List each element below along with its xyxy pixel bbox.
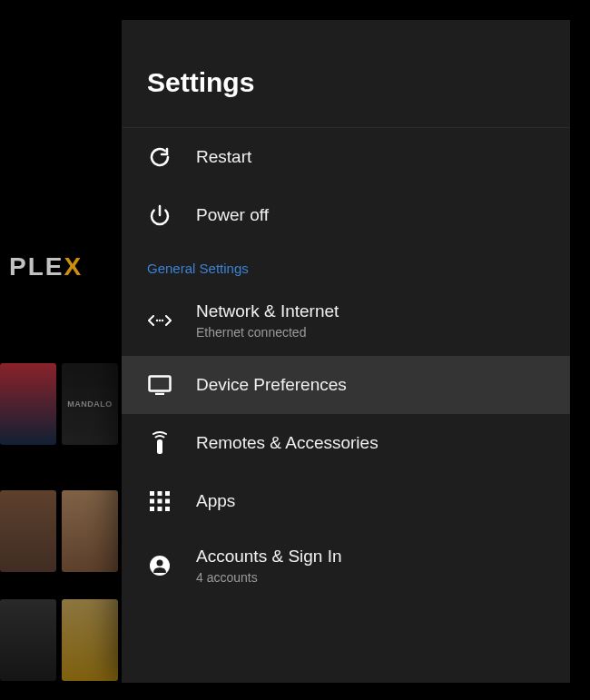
background-tiles: MANDALO [0,363,127,690]
section-header-general: General Settings [122,244,570,285]
content-tile [62,490,118,572]
svg-rect-14 [158,507,162,511]
svg-rect-6 [157,439,162,454]
svg-rect-7 [150,491,154,496]
content-tile [0,363,56,445]
item-label: Device Preferences [196,375,347,395]
content-tile: MANDALO [62,363,118,445]
settings-item-remotes[interactable]: Remotes & Accessories [122,414,570,472]
remote-icon [147,430,172,456]
svg-rect-4 [150,377,171,391]
svg-point-2 [159,320,161,321]
item-label: Network & Internet [196,301,339,321]
svg-rect-8 [158,491,162,496]
panel-title: Settings [122,20,570,127]
svg-rect-9 [165,491,170,496]
item-label: Accounts & Sign In [196,547,342,567]
power-icon [147,202,172,228]
network-icon [147,308,172,333]
svg-rect-11 [158,499,162,504]
settings-item-network[interactable]: Network & Internet Ethernet connected [122,285,570,356]
svg-rect-12 [165,499,170,504]
svg-rect-15 [165,507,170,511]
settings-item-poweroff[interactable]: Power off [122,186,570,244]
settings-item-apps[interactable]: Apps [122,472,570,530]
restart-icon [147,144,172,170]
item-label: Restart [196,147,251,167]
item-label: Power off [196,205,269,225]
svg-rect-10 [150,499,154,504]
svg-point-3 [162,320,163,321]
settings-item-accounts[interactable]: Accounts & Sign In 4 accounts [122,530,570,601]
content-tile [0,599,56,681]
item-label: Apps [196,491,235,511]
apps-grid-icon [147,488,172,514]
svg-rect-13 [150,507,154,511]
settings-item-restart[interactable]: Restart [122,128,570,186]
account-icon [147,553,172,578]
content-tile [62,599,118,681]
tv-icon [147,372,172,398]
svg-point-1 [156,320,158,321]
content-tile [0,490,56,572]
settings-item-device-preferences[interactable]: Device Preferences [122,356,570,414]
item-label: Remotes & Accessories [196,433,379,453]
item-subtitle: Ethernet connected [196,325,339,340]
settings-panel: Settings Restart Power off General Setti… [122,20,570,683]
svg-point-17 [157,560,163,567]
item-subtitle: 4 accounts [196,570,342,585]
plex-logo: PLEX [9,252,83,281]
